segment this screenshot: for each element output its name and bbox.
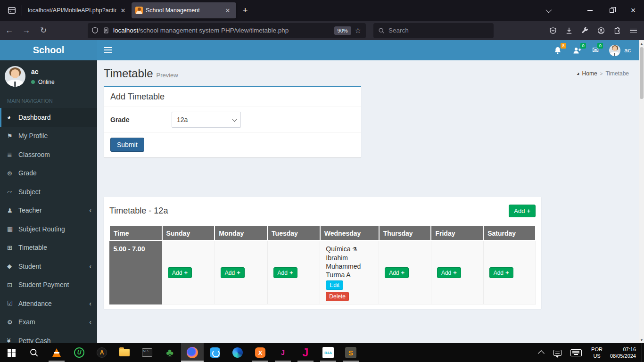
iobit-icon[interactable]: U [68,343,91,362]
taskbar-search-icon[interactable] [23,343,45,362]
delete-entry-button[interactable]: Delete [326,292,349,301]
firefox-icon[interactable] [181,343,204,362]
jdownloader2-icon[interactable]: J [294,343,317,362]
xampp-icon[interactable]: X [249,343,272,362]
tray-chevron-up-icon[interactable] [538,350,545,357]
url-bar[interactable]: localhost/school management system PHP/v… [88,23,366,38]
sidebar-item-subject-routing[interactable]: ▦ Subject Routing [0,220,97,239]
tab-close-icon[interactable]: ✕ [223,6,232,15]
b4a-icon[interactable]: B4A [317,343,339,362]
notifications-menu[interactable]: 8 [553,46,562,55]
breadcrumb-home-link[interactable]: Home [582,70,597,77]
grade-select[interactable]: 12a [172,112,241,128]
language-indicator[interactable]: POR US [591,346,603,359]
add-panel-title: Add Timetable [104,87,361,107]
new-tab-button[interactable]: + [238,3,252,17]
add-entry-button-sunday[interactable]: Add+ [168,267,192,278]
add-entry-button-monday[interactable]: Add+ [221,267,245,278]
browser-toolbar: ← → ↻ localhost/school management system… [0,21,644,40]
add-timetable-entry-button[interactable]: Add+ [509,205,536,217]
sidebar-item-my-profile[interactable]: ⚑ My Profile [0,127,97,146]
firefox-view-icon[interactable] [4,3,20,17]
calendar-plus-icon: ⊞ [7,244,18,251]
cmd-icon[interactable]: C:\ [136,343,158,362]
aimp-icon[interactable]: A [91,343,113,362]
edge-icon[interactable] [226,343,249,362]
entry-class-name: Turma A [326,271,377,279]
sidebar-item-timetable[interactable]: ⊞ Timetable [0,239,97,257]
extensions-icon[interactable] [609,24,625,38]
add-entry-button-thursday[interactable]: Add+ [385,267,409,278]
page-info-icon[interactable] [103,27,109,34]
wrench-icon[interactable] [577,24,593,38]
menu-hamburger-icon[interactable] [625,24,641,38]
forward-icon[interactable]: → [19,24,34,38]
scroll-up-icon[interactable]: ▲ [639,40,644,47]
tray-comment-icon[interactable] [553,350,561,356]
column-header-sunday: Sunday [162,226,215,240]
start-icon[interactable] [0,343,23,362]
user-status: Online [31,79,55,85]
shield-icon[interactable] [91,27,99,34]
reload-icon[interactable]: ↻ [36,24,51,38]
window-minimize-button[interactable] [579,0,601,21]
add-entry-button-friday[interactable]: Add+ [437,267,461,278]
downloads-icon[interactable] [561,24,577,38]
window-restore-button[interactable] [601,0,622,21]
school-management-favicon [135,7,143,14]
browser-tab-bar: localhost/API/MobileAPI.php?actio ✕ Scho… [0,0,644,21]
shareit-icon[interactable] [204,343,226,362]
sidebar-item-classroom[interactable]: ≣ Classroom [0,145,97,164]
cell-thursday: Add+ [379,240,431,304]
tab-close-icon[interactable]: ✕ [118,6,128,15]
sidebar-item-student[interactable]: ◆ Student ‹ [0,257,97,276]
search-icon [378,27,385,34]
brand-logo[interactable]: School [0,40,97,60]
search-input[interactable]: Search [373,23,494,38]
sidebar-item-exam[interactable]: ⚙ Exam ‹ [0,313,97,332]
jdownloader-icon[interactable]: J [272,343,294,362]
address-text[interactable]: localhost/school management system PHP/v… [113,27,330,34]
chevron-left-icon: ‹ [89,206,91,214]
scroll-down-icon[interactable]: ▼ [639,337,644,343]
back-icon[interactable]: ← [2,24,17,38]
plus-icon: + [505,269,509,276]
sidebar-item-petty-cash[interactable]: ¥ Petty Cash [0,331,97,343]
list-all-tabs-icon[interactable] [540,3,555,17]
sublime-icon[interactable]: S [339,343,362,362]
vlc-icon[interactable] [45,343,68,362]
bookmark-star-icon[interactable]: ☆ [355,26,361,35]
zoom-level-badge[interactable]: 90% [334,26,351,35]
content-area: TimetablePreview ◕ Home > Timetabe Add T… [97,60,639,343]
graduation-cap-icon: ◆ [7,263,18,270]
column-header-time: Time [109,226,162,240]
window-close-button[interactable]: × [622,0,644,21]
add-entry-button-saturday[interactable]: Add+ [489,267,513,278]
clock[interactable]: 07:16 08/05/2024 [610,346,636,359]
browser-tab-2[interactable]: School Management ✕ [132,2,236,18]
sidebar-item-attendance[interactable]: ☑ Attendance ‹ [0,294,97,313]
sidebar-item-subject[interactable]: ▱ Subject [0,182,97,201]
show-desktop-button[interactable] [642,343,644,362]
browser-tab-1[interactable]: localhost/API/MobileAPI.php?actio ✕ [24,2,132,18]
sidebar-toggle-icon[interactable] [104,47,112,53]
submit-button[interactable]: Submit [110,138,144,152]
add-entry-button-tuesday[interactable]: Add+ [273,267,297,278]
clover-icon[interactable]: ♣ [158,343,181,362]
avatar [5,66,25,87]
pocket-icon[interactable] [545,24,561,38]
scrollbar-thumb[interactable] [640,47,644,99]
users-menu[interactable]: 0 [572,46,582,55]
tray-keyboard-icon[interactable] [570,349,582,356]
file-explorer-icon[interactable] [113,343,136,362]
user-menu[interactable]: ac [609,45,631,56]
sidebar-item-dashboard[interactable]: ◕ Dashboard [0,108,97,127]
page-scrollbar[interactable]: ▲ ▼ [639,40,644,343]
sidebar-item-grade[interactable]: ⊜ Grade [0,164,97,183]
cell-wednesday: Química ⚗ Ibrahim Muhammed Turma A Edit … [320,240,379,304]
edit-entry-button[interactable]: Edit [326,280,343,290]
account-icon[interactable] [593,24,609,38]
messages-menu[interactable]: ✉ 0 [592,46,599,54]
sidebar-item-student-payment[interactable]: ⊡ Student Payment [0,276,97,295]
sidebar-item-teacher[interactable]: ♟ Teacher ‹ [0,201,97,220]
